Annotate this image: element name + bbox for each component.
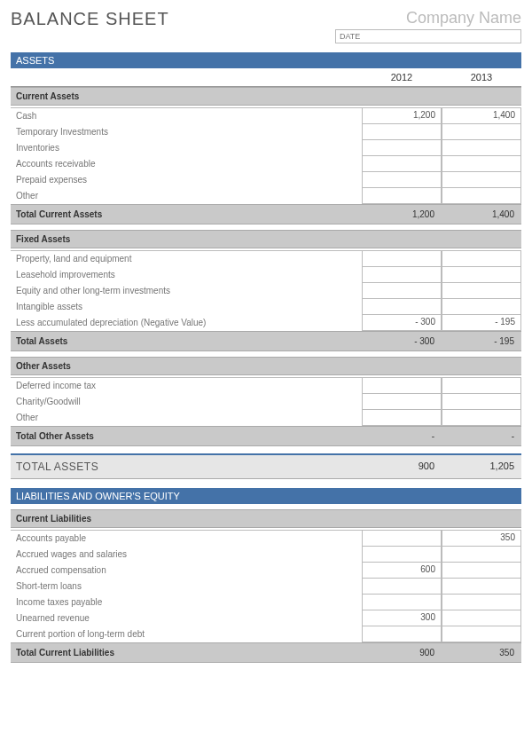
cell-y1[interactable]	[362, 531, 442, 547]
cell-y1[interactable]	[362, 547, 442, 563]
table-row: Prepaid expenses	[11, 172, 521, 188]
cell-y2[interactable]: 1,400	[442, 108, 521, 124]
cell-y2[interactable]	[442, 547, 521, 563]
cell-y1[interactable]	[362, 251, 442, 267]
table-row: Cash1,2001,400	[11, 108, 521, 124]
total-other-assets: Total Other Assets - -	[11, 426, 521, 446]
table-row: Intangible assets	[11, 299, 521, 315]
cell-y1[interactable]	[362, 140, 442, 156]
table-row: Accounts payable350	[11, 531, 521, 547]
table-row: Property, land and equipment	[11, 251, 521, 267]
cell-y2[interactable]	[442, 124, 521, 140]
fixed-assets-header: Fixed Assets	[11, 230, 521, 248]
row-label: Accounts payable	[11, 531, 362, 547]
table-row: Less accumulated depreciation (Negative …	[11, 315, 521, 331]
cell-y2[interactable]	[442, 140, 521, 156]
cell-y1[interactable]	[362, 410, 442, 426]
total-current-assets: Total Current Assets 1,200 1,400	[11, 204, 521, 224]
date-input[interactable]	[335, 29, 521, 43]
cell-y2[interactable]: 350	[442, 531, 521, 547]
cell-y2[interactable]	[442, 563, 521, 579]
table-row: Temporary Investments	[11, 124, 521, 140]
cell-y1[interactable]	[362, 283, 442, 299]
table-row: Leasehold improvements	[11, 267, 521, 283]
table-row: Income taxes payable	[11, 595, 521, 610]
cell-y1[interactable]	[362, 579, 442, 595]
row-label: Charity/Goodwill	[11, 394, 362, 410]
table-row: Unearned revenue300	[11, 610, 521, 626]
total-assets-row: TOTAL ASSETS 900 1,205	[11, 453, 521, 479]
row-label: Current portion of long-term debt	[11, 626, 362, 642]
cell-y1[interactable]	[362, 394, 442, 410]
cell-y1[interactable]	[362, 626, 442, 642]
row-label: Income taxes payable	[11, 595, 362, 610]
cell-y2[interactable]: - 195	[442, 315, 521, 331]
current-liabilities-rows: Accounts payable350Accrued wages and sal…	[11, 530, 521, 642]
cell-y1[interactable]	[362, 267, 442, 283]
row-label: Accounts receivable	[11, 156, 362, 172]
cell-y2[interactable]	[442, 251, 521, 267]
fixed-assets-rows: Property, land and equipmentLeasehold im…	[11, 250, 521, 331]
cell-y1[interactable]	[362, 172, 442, 188]
current-liabilities-header: Current Liabilities	[11, 509, 521, 528]
cell-y1[interactable]	[362, 595, 442, 610]
cell-y2[interactable]	[442, 378, 521, 394]
cell-y2[interactable]	[442, 595, 521, 610]
table-row: Inventories	[11, 140, 521, 156]
table-row: Current portion of long-term debt	[11, 626, 521, 642]
table-row: Other	[11, 188, 521, 204]
cell-y1[interactable]: 600	[362, 563, 442, 579]
cell-y2[interactable]	[442, 394, 521, 410]
row-label: Short-term loans	[11, 579, 362, 595]
cell-y2[interactable]	[442, 610, 521, 626]
cell-y1[interactable]: 1,200	[362, 108, 442, 124]
company-name-placeholder: Company Name	[335, 9, 521, 28]
row-label: Deferred income tax	[11, 378, 362, 394]
row-label: Less accumulated depreciation (Negative …	[11, 315, 362, 331]
cell-y1[interactable]	[362, 188, 442, 204]
cell-y1[interactable]	[362, 156, 442, 172]
cell-y1[interactable]: 300	[362, 610, 442, 626]
row-label: Accrued compensation	[11, 563, 362, 579]
cell-y1[interactable]	[362, 299, 442, 315]
row-label: Accrued wages and salaries	[11, 547, 362, 563]
total-fixed-assets: Total Assets - 300 - 195	[11, 331, 521, 351]
row-label: Cash	[11, 108, 362, 124]
row-label: Temporary Investments	[11, 124, 362, 140]
cell-y2[interactable]	[442, 626, 521, 642]
current-assets-header: Current Assets	[11, 87, 521, 106]
page-title: BALANCE SHEET	[11, 9, 169, 29]
cell-y2[interactable]	[442, 299, 521, 315]
row-label: Prepaid expenses	[11, 172, 362, 188]
cell-y1[interactable]	[362, 124, 442, 140]
table-row: Charity/Goodwill	[11, 394, 521, 410]
row-label: Intangible assets	[11, 299, 362, 315]
table-row: Accrued wages and salaries	[11, 547, 521, 563]
row-label: Other	[11, 410, 362, 426]
row-label: Equity and other long-term investments	[11, 283, 362, 299]
row-label: Inventories	[11, 140, 362, 156]
table-row: Equity and other long-term investments	[11, 283, 521, 299]
cell-y1[interactable]	[362, 378, 442, 394]
row-label: Property, land and equipment	[11, 251, 362, 267]
row-label: Unearned revenue	[11, 610, 362, 626]
header: BALANCE SHEET Company Name	[11, 9, 521, 43]
table-row: Other	[11, 410, 521, 426]
year-2: 2013	[442, 72, 521, 83]
table-row: Accrued compensation600	[11, 563, 521, 579]
cell-y2[interactable]	[442, 579, 521, 595]
cell-y2[interactable]	[442, 267, 521, 283]
total-current-liabilities: Total Current Liabilities 900 350	[11, 642, 521, 663]
cell-y2[interactable]	[442, 283, 521, 299]
cell-y2[interactable]	[442, 188, 521, 204]
current-assets-rows: Cash1,2001,400Temporary InvestmentsInven…	[11, 107, 521, 204]
cell-y2[interactable]	[442, 410, 521, 426]
cell-y2[interactable]	[442, 156, 521, 172]
row-label: Other	[11, 188, 362, 204]
year-row: 2012 2013	[11, 68, 521, 87]
other-assets-rows: Deferred income taxCharity/GoodwillOther	[11, 377, 521, 426]
table-row: Accounts receivable	[11, 156, 521, 172]
cell-y2[interactable]	[442, 172, 521, 188]
cell-y1[interactable]: - 300	[362, 315, 442, 331]
other-assets-header: Other Assets	[11, 357, 521, 375]
